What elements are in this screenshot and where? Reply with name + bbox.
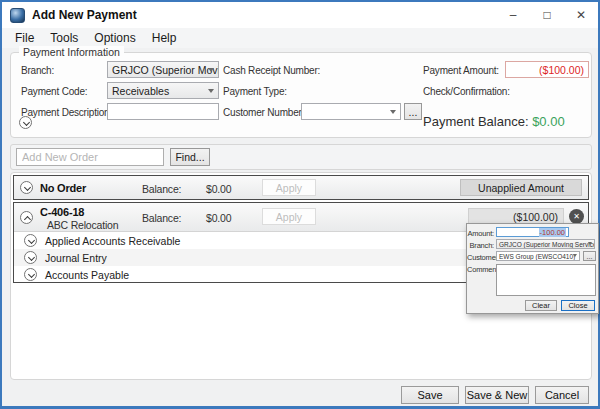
save-and-new-button[interactable]: Save & New bbox=[465, 386, 529, 404]
expander-down-icon[interactable] bbox=[19, 116, 32, 129]
customer-number-dropdown[interactable] bbox=[301, 103, 401, 120]
cash-receipt-number-label: Cash Receipt Number: bbox=[223, 65, 320, 76]
payment-type-label: Payment Type: bbox=[223, 86, 287, 97]
section-label: Accounts Payable bbox=[45, 269, 129, 281]
popup-amount-input[interactable]: -100.00 bbox=[496, 227, 569, 237]
payment-code-value: Receivables bbox=[112, 85, 169, 97]
expander-up-icon[interactable] bbox=[20, 211, 33, 224]
branch-label: Branch: bbox=[21, 65, 54, 76]
payment-description-input[interactable] bbox=[107, 103, 219, 120]
payment-amount-label: Payment Amount: bbox=[423, 65, 499, 76]
popup-amount-label: Amount: bbox=[467, 229, 494, 238]
chevron-down-icon bbox=[208, 89, 214, 93]
payment-balance-value: $0.00 bbox=[532, 114, 565, 129]
no-order-balance-label: Balance: bbox=[142, 183, 181, 195]
find-button[interactable]: Find... bbox=[170, 148, 210, 166]
payment-information-panel: Payment Information Branch: GRJCO (Super… bbox=[10, 52, 592, 138]
app-icon bbox=[10, 8, 25, 23]
order-apply-button[interactable]: Apply bbox=[262, 208, 316, 225]
popup-branch-value: GRJCO (Superior Moving Services of CO) bbox=[499, 241, 595, 248]
chevron-down-icon bbox=[588, 242, 592, 245]
popup-branch-label: Branch: bbox=[467, 241, 494, 250]
no-order-apply-button[interactable]: Apply bbox=[262, 179, 316, 196]
payment-amount-input[interactable]: ($100.00) bbox=[505, 61, 589, 78]
chevron-down-icon bbox=[573, 254, 577, 257]
popup-customer-browse-button[interactable]: ... bbox=[583, 251, 596, 261]
branch-value: GRJCO (Superior Movir bbox=[112, 64, 219, 76]
menu-options[interactable]: Options bbox=[86, 29, 143, 47]
no-order-row[interactable]: No Order Balance: $0.00 Apply Unapplied … bbox=[13, 175, 589, 200]
add-new-order-input[interactable] bbox=[16, 148, 164, 166]
payment-balance: Payment Balance: $0.00 bbox=[423, 114, 565, 129]
order-balance-value: $0.00 bbox=[206, 212, 231, 224]
check-confirmation-label: Check/Confirmation: bbox=[423, 86, 510, 97]
section-label: Applied Accounts Receivable bbox=[45, 235, 180, 247]
no-order-balance-value: $0.00 bbox=[206, 183, 231, 195]
payment-balance-label: Payment Balance: bbox=[423, 114, 529, 129]
payment-information-legend: Payment Information bbox=[19, 46, 124, 58]
order-search-band: Find... bbox=[10, 144, 592, 170]
order-balance-label: Balance: bbox=[142, 212, 181, 224]
expander-down-icon[interactable] bbox=[24, 268, 37, 281]
remove-order-icon[interactable] bbox=[569, 209, 584, 224]
menu-bar: File Tools Options Help bbox=[2, 28, 598, 48]
amount-detail-popup: Amount: -100.00 Branch: GRJCO (Superior … bbox=[466, 223, 599, 314]
maximize-button[interactable]: □ bbox=[530, 2, 564, 28]
close-button[interactable]: ✕ bbox=[564, 2, 598, 28]
window-title: Add New Payment bbox=[32, 8, 137, 22]
footer-button-bar: Save Save & New Cancel bbox=[401, 386, 589, 404]
unapplied-amount-badge: Unapplied Amount bbox=[460, 179, 582, 196]
order-name: ABC Relocation bbox=[47, 219, 118, 231]
payment-code-dropdown[interactable]: Receivables bbox=[107, 82, 219, 99]
window-controls: – □ ✕ bbox=[496, 2, 598, 28]
selected-amount-text: -100.00 bbox=[539, 228, 566, 237]
no-order-title: No Order bbox=[40, 182, 86, 194]
popup-customer-label: Customer: bbox=[467, 253, 494, 262]
expander-down-icon[interactable] bbox=[24, 251, 37, 264]
payment-description-label: Payment Description: bbox=[21, 107, 112, 118]
popup-clear-button[interactable]: Clear bbox=[525, 300, 557, 311]
save-button[interactable]: Save bbox=[401, 386, 459, 404]
menu-file[interactable]: File bbox=[7, 29, 42, 47]
order-number: C-406-18 bbox=[40, 206, 84, 218]
popup-customer-dropdown[interactable]: EWS Group (EWSCO410) bbox=[496, 251, 580, 261]
title-bar: Add New Payment – □ ✕ bbox=[2, 2, 598, 28]
popup-close-button[interactable]: Close bbox=[561, 300, 595, 311]
chevron-down-icon bbox=[208, 68, 214, 72]
popup-comments-label: Comments: bbox=[467, 265, 494, 274]
expander-down-icon[interactable] bbox=[20, 181, 33, 194]
customer-browse-button[interactable]: ... bbox=[404, 103, 422, 120]
popup-customer-value: EWS Group (EWSCO410) bbox=[499, 253, 575, 260]
expander-down-icon[interactable] bbox=[24, 234, 37, 247]
minimize-button[interactable]: – bbox=[496, 2, 530, 28]
cancel-button[interactable]: Cancel bbox=[535, 386, 589, 404]
menu-help[interactable]: Help bbox=[144, 29, 185, 47]
popup-comments-textarea[interactable] bbox=[496, 264, 596, 296]
customer-number-label: Customer Number: bbox=[223, 107, 304, 118]
branch-dropdown[interactable]: GRJCO (Superior Movir bbox=[107, 61, 219, 78]
menu-tools[interactable]: Tools bbox=[42, 29, 86, 47]
add-new-payment-window: Add New Payment – □ ✕ File Tools Options… bbox=[0, 0, 600, 409]
payment-code-label: Payment Code: bbox=[21, 86, 87, 97]
popup-branch-dropdown[interactable]: GRJCO (Superior Moving Services of CO) bbox=[496, 239, 595, 249]
chevron-down-icon bbox=[390, 110, 396, 114]
section-label: Journal Entry bbox=[45, 252, 107, 264]
